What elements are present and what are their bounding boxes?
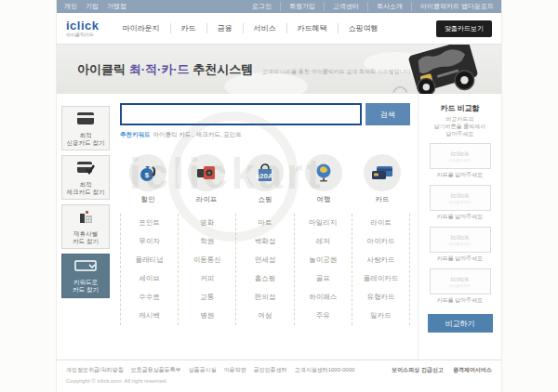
category-label: 라이프: [180, 195, 232, 204]
logo[interactable]: iclick 아이클릭카드: [66, 20, 100, 37]
keyword-item[interactable]: 레저: [295, 232, 352, 251]
slot-ghost-logo-sub: 아이클릭카드: [449, 283, 472, 288]
keyword-item[interactable]: 커피: [179, 269, 235, 288]
compare-slot-4: iclick 아이클릭카드: [430, 268, 491, 294]
keyword-item[interactable]: 골프: [295, 269, 352, 288]
topbar-link-merchant[interactable]: 가맹점: [107, 2, 126, 11]
logo-subtext: 아이클릭카드: [66, 33, 100, 37]
card-car-graphic: [392, 44, 496, 94]
search-button[interactable]: 검색: [365, 103, 410, 125]
footer-link-voice-phishing[interactable]: 보이스피싱 긴급신고: [392, 366, 444, 392]
topbar-link-about[interactable]: 회사소개: [367, 2, 403, 11]
footer-link-cert-center[interactable]: 공인인증센터: [254, 366, 287, 374]
nav-item-mylounge[interactable]: 마이라운지: [113, 23, 170, 33]
category-travel[interactable]: 여행: [298, 154, 350, 204]
keyword-item[interactable]: 여성: [236, 307, 293, 325]
topbar-link-app-download[interactable]: 아이클릭카드 앱다운로드: [411, 2, 494, 11]
sidebar-item-keyword-card[interactable]: 키워드로카드 찾기: [61, 254, 110, 298]
keyword-item[interactable]: 교통: [179, 288, 235, 307]
top-utility-bar: 개인 기업 가맹점 로그인 회원가입 고객센터 회사소개 아이클릭카드 앱다운로…: [57, 0, 501, 13]
sidebar-item-partner-card[interactable]: 제휴사별카드 찾기: [61, 204, 110, 249]
keyword-item[interactable]: 라이트: [352, 214, 409, 232]
compare-slot-1: iclick 아이클릭카드: [430, 143, 491, 169]
sidebar-item-best-check-card[interactable]: 최적체크카드 찾기: [61, 155, 110, 200]
slot-ghost-logo: iclick: [450, 276, 469, 283]
keyword-item[interactable]: 플래티넘: [121, 251, 178, 269]
page: 개인 기업 가맹점 로그인 회원가입 고객센터 회사소개 아이클릭카드 앱다운로…: [56, 0, 502, 392]
slot-ghost-logo-sub: 아이클릭카드: [449, 158, 472, 163]
keyword-item[interactable]: 포인트: [121, 214, 178, 232]
keyword-item[interactable]: 학원: [179, 232, 235, 251]
keyword-item[interactable]: 수수료: [121, 288, 178, 307]
category-shopping[interactable]: \u20A9 쇼핑: [239, 154, 291, 204]
nav-item-card[interactable]: 카드: [170, 23, 206, 33]
slot-ghost-logo-sub: 아이클릭카드: [449, 242, 472, 246]
money-bag-icon: $: [129, 154, 166, 191]
category-label: 카드: [356, 195, 408, 204]
sidebar-item-label: 키워드로카드 찾기: [62, 279, 109, 294]
footer-link-protected-products[interactable]: 보호금융상품등록부: [131, 366, 181, 374]
footer-link-product-disclosure[interactable]: 상품공시실: [189, 366, 217, 374]
search-row: 검색: [120, 103, 410, 125]
footer: 개인정보취급/처리방침 보호금융상품등록부 상품공시실 이용약관 공인인증센터 …: [57, 359, 501, 392]
category-card[interactable]: 카드: [356, 154, 408, 204]
keyword-item[interactable]: 마트: [236, 214, 293, 232]
keyword-item[interactable]: 플레이카드: [352, 269, 409, 288]
keyword-item[interactable]: 마일리지: [295, 214, 352, 232]
keyword-item[interactable]: 편의점: [236, 288, 293, 307]
category-life[interactable]: 라이프: [180, 154, 232, 204]
topbar-left-links: 개인 기업 가맹점: [64, 2, 126, 11]
category-row: $ 할인 라이프 \u20A9 쇼핑: [120, 154, 410, 204]
compare-slot-caption: 카드를 담아주세요: [424, 255, 496, 263]
keyword-item[interactable]: 병원: [179, 307, 235, 325]
footer-link-terms[interactable]: 이용약관: [224, 366, 246, 374]
nav-item-benefit[interactable]: 카드혜택: [286, 23, 338, 33]
camera-icon: [188, 154, 225, 191]
recommended-keywords-text[interactable]: 아이클릭 카드 , 체크카드, 포인트: [153, 131, 242, 137]
sidebar-item-best-credit-card[interactable]: 최적신용카드 찾기: [61, 106, 110, 150]
keyword-item[interactable]: 아이카드: [352, 232, 409, 251]
keyword-item[interactable]: 사랑카드: [352, 251, 409, 269]
partner-building-icon: [76, 210, 95, 225]
compare-button[interactable]: 비교하기: [428, 314, 493, 333]
keyword-item[interactable]: 일카드: [352, 307, 409, 325]
footer-link-support-phone[interactable]: 고객지원센터1000-0000: [295, 366, 355, 374]
keyword-item[interactable]: 백화점: [236, 232, 293, 251]
keyword-column-shopping: 마트 백화점 면세점 홈쇼핑 편의점 여성: [235, 214, 293, 325]
slot-ghost-logo-sub: 아이클릭카드: [449, 200, 472, 204]
search-input[interactable]: [120, 103, 362, 125]
keyword-item[interactable]: 놀이공원: [295, 251, 352, 269]
category-label: 할인: [122, 195, 174, 204]
keyword-item[interactable]: 면세점: [236, 251, 293, 269]
svg-text:$: $: [145, 171, 150, 179]
keyword-item[interactable]: 이동통신: [179, 251, 235, 269]
keyword-item[interactable]: 영화: [179, 214, 235, 232]
keyword-item[interactable]: 주유: [295, 307, 352, 325]
footer-left: 개인정보취급/처리방침 보호금융상품등록부 상품공시실 이용약관 공인인증센터 …: [66, 366, 354, 392]
category-discount[interactable]: $ 할인: [122, 154, 174, 204]
topbar-link-business[interactable]: 기업: [86, 2, 99, 11]
keyword-item[interactable]: 하이패스: [295, 288, 352, 307]
footer-link-remote-service[interactable]: 원격제어서비스: [453, 366, 492, 392]
credit-card-icon: [76, 111, 95, 126]
nav-item-service[interactable]: 서비스: [243, 23, 286, 33]
nav-item-shopping-travel[interactable]: 쇼핑여행: [338, 23, 389, 33]
topbar-link-login[interactable]: 로그인: [252, 2, 272, 11]
keyword-item[interactable]: 홈쇼핑: [236, 269, 293, 288]
footer-link-privacy[interactable]: 개인정보취급/처리방침: [66, 366, 124, 374]
shopping-bag-icon: \u20A9: [246, 154, 284, 191]
topbar-link-signup[interactable]: 회원가입: [280, 2, 315, 11]
sidebar-item-label: 제휴사별카드 찾기: [62, 230, 109, 245]
keyword-item[interactable]: 캐시백: [121, 307, 178, 325]
topbar-link-support[interactable]: 고객센터: [324, 2, 359, 11]
keyword-column-discount: 포인트 무이자 플래티넘 세이브 수수료 캐시백: [120, 214, 178, 325]
keyword-item[interactable]: 유형카드: [352, 288, 409, 307]
nav-item-finance[interactable]: 금융: [206, 23, 243, 33]
main-nav: 마이라운지 카드 금융 서비스 카드혜택 쇼핑여행: [113, 23, 436, 33]
left-sidebar: 최적신용카드 찾기 최적체크카드 찾기 제휴사별카드 찾기 키워드로카드 찾기: [57, 94, 113, 359]
topbar-link-personal[interactable]: 개인: [64, 2, 77, 11]
custom-card-view-button[interactable]: 맞춤카드보기: [436, 20, 492, 37]
keyword-item[interactable]: 무이자: [121, 232, 178, 251]
keyword-item[interactable]: 세이브: [121, 269, 178, 288]
hero-title-block: 아이클릭 최·적·카·드 추천시스템 고객의 니즈를 통한 아이클릭카드 검색 …: [77, 60, 411, 78]
